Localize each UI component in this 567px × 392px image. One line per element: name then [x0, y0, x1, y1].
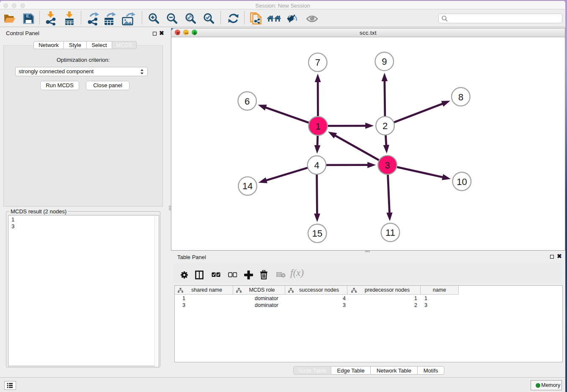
- svg-text:9: 9: [382, 56, 387, 67]
- svg-text:2: 2: [383, 121, 388, 131]
- svg-text:1: 1: [315, 121, 320, 132]
- svg-text:14: 14: [242, 181, 253, 191]
- svg-text:3: 3: [385, 160, 390, 171]
- svg-text:15: 15: [312, 228, 322, 239]
- svg-text:4: 4: [314, 160, 319, 171]
- svg-text:8: 8: [458, 92, 463, 102]
- svg-text:6: 6: [245, 96, 250, 107]
- svg-text:10: 10: [457, 177, 467, 187]
- svg-text:7: 7: [315, 57, 320, 68]
- svg-text:11: 11: [385, 227, 395, 238]
